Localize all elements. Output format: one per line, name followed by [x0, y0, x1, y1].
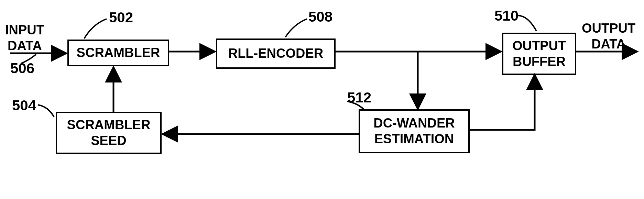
ref-512: 512 [347, 89, 371, 106]
scrambler-seed-text: SCRAMBLERSEED [67, 117, 151, 148]
dc-wander-box: DC-WANDERESTIMATION [359, 109, 470, 153]
ref-506: 506 [10, 60, 34, 77]
ref-504: 504 [12, 97, 36, 114]
scrambler-text: SCRAMBLER [77, 45, 160, 61]
rll-encoder-box: RLL-ENCODER [216, 38, 336, 69]
rll-encoder-text: RLL-ENCODER [228, 46, 324, 62]
ref-502: 502 [109, 9, 133, 26]
input-data-label: INPUTDATA [5, 22, 44, 54]
arrows-svg [0, 0, 644, 199]
output-data-label: OUTPUTDATA [582, 21, 635, 52]
output-buffer-box: OUTPUTBUFFER [502, 33, 576, 75]
scrambler-box: SCRAMBLER [67, 40, 169, 66]
ref-510: 510 [494, 8, 519, 24]
output-buffer-text: OUTPUTBUFFER [512, 38, 566, 69]
block-diagram: INPUTDATA OUTPUTDATA SCRAMBLER RLL-ENCOD… [0, 0, 644, 199]
dc-wander-text: DC-WANDERESTIMATION [373, 115, 455, 147]
scrambler-seed-box: SCRAMBLERSEED [56, 112, 162, 154]
ref-508: 508 [308, 9, 332, 25]
